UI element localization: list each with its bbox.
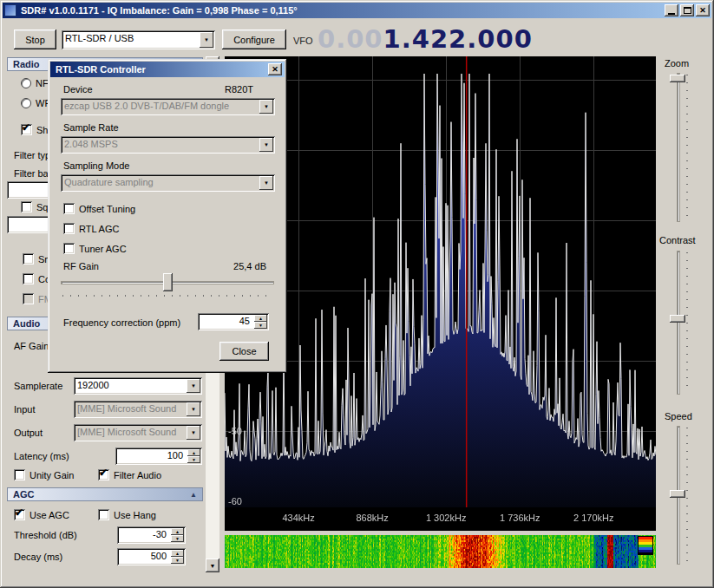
sampling-mode-select: Quadrature sampling ▼ [61,174,275,192]
chevron-down-icon[interactable]: ▼ [187,379,200,393]
device-label: Device [63,84,93,95]
zoom-label: Zoom [665,58,689,69]
vfo-label: VFO [293,36,313,46]
sample-rate-select: 2.048 MSPS ▼ [61,136,275,154]
contrast-slider[interactable] [668,249,689,396]
close-button[interactable]: ✕ [696,4,710,16]
scroll-down-button[interactable]: ▼ [206,559,219,572]
samplerate-label: Samplerate [14,381,62,391]
sample-rate-label: Sample Rate [63,122,119,133]
spin-down-icon[interactable]: ▼ [171,557,184,564]
section-header-agc[interactable]: AGC ▲ [7,487,203,501]
minimize-button[interactable] [665,4,678,16]
input-label: Input [14,404,35,415]
rf-gain-value: 25,4 dB [233,261,266,271]
radio-circle [21,78,31,88]
filter-audio-checkbox[interactable]: ✔ Filter Audio [98,469,161,480]
chevron-down-icon: ▼ [187,426,200,440]
af-gain-label: AF Gain [14,341,49,351]
frequency-dim-digits: 0.00 [318,24,383,54]
zoom-slider-thumb[interactable] [670,75,685,82]
spin-up-icon[interactable]: ▲ [254,315,267,322]
chevron-down-icon[interactable]: ▼ [200,32,213,48]
chevron-down-icon: ▼ [187,402,200,416]
dialog-titlebar[interactable]: RTL-SDR Controller ✕ [50,62,285,77]
app-icon [4,4,16,16]
source-select[interactable]: RTL-SDR / USB ▼ [62,30,215,49]
sampling-mode-label: Sampling Mode [63,160,129,171]
speed-label: Speed [665,411,692,421]
sdrsharp-window: SDR# v1.0.0.1171 - IQ Imbalance: Gain = … [0,0,714,588]
spectrum-canvas[interactable] [225,56,656,531]
frequency-display[interactable]: 0.001.422.000 [318,24,533,54]
speed-slider-thumb[interactable] [670,490,685,498]
titlebar[interactable]: SDR# v1.0.0.1171 - IQ Imbalance: Gain = … [3,3,711,18]
frequency-active-digits: 1.422.000 [383,24,533,54]
decay-input[interactable]: 500 ▲ ▼ [117,548,186,565]
spin-down-icon[interactable]: ▼ [254,322,267,329]
rf-gain-slider-thumb[interactable] [163,273,173,291]
spin-down-icon[interactable]: ▼ [187,456,200,463]
collapse-icon[interactable]: ▲ [190,491,197,499]
chevron-down-icon: ▼ [259,176,273,190]
zoom-slider[interactable] [668,71,689,224]
maximize-button[interactable] [680,4,694,16]
offset-tuning-checkbox[interactable]: ✔ Offset Tuning [63,203,135,214]
checkmark-icon: ✔ [22,121,30,134]
waterfall-canvas[interactable] [225,535,656,568]
contrast-slider-thumb[interactable] [670,315,685,323]
slider-ticks [62,295,272,297]
source-select-value: RTL-SDR / USB [62,30,198,49]
checkmark-icon: ✔ [15,506,23,519]
samplerate-select[interactable]: 192000 ▼ [74,377,202,395]
use-agc-checkbox[interactable]: ✔ Use AGC [14,509,69,520]
maximize-icon [684,7,691,14]
contrast-label: Contrast [659,235,696,245]
waterfall-display[interactable] [225,535,656,568]
spin-up-icon[interactable]: ▲ [171,550,184,557]
use-hang-checkbox[interactable]: ✔ Use Hang [98,509,156,520]
rf-gain-label: RF Gain [63,261,99,271]
frequency-correction-input[interactable]: 45 ▲ ▼ [198,313,269,330]
device-value: R820T [225,84,253,95]
audio-input-select: [MME] Microsoft Sound ▼ [74,401,202,418]
radio-circle [21,98,31,108]
unity-gain-checkbox[interactable]: ✔ Unity Gain [14,469,74,480]
audio-output-select: [MME] Microsoft Sound ▼ [74,424,202,441]
chevron-down-icon: ▼ [259,100,273,114]
threshold-label: Threshold (dB) [14,530,77,540]
spectrum-display[interactable] [225,56,656,531]
dialog-close-action-button[interactable]: Close [219,342,269,361]
decay-label: Decay (ms) [14,552,62,562]
chevron-down-icon: ▼ [259,138,273,152]
device-select: ezcap USB 2.0 DVB-T/DAB/FM dongle ▼ [61,98,275,115]
rtl-sdr-controller-dialog: RTL-SDR Controller ✕ Device R820T ezcap … [48,59,287,373]
close-icon: ✕ [272,66,278,74]
dialog-title: RTL-SDR Controller [53,64,268,75]
window-title: SDR# v1.0.0.1171 - IQ Imbalance: Gain = … [18,5,663,16]
stop-button[interactable]: Stop [14,29,56,49]
latency-input[interactable]: 100 ▲ ▼ [115,448,202,465]
spin-down-icon[interactable]: ▼ [171,535,184,542]
minimize-icon [668,13,675,15]
speed-slider[interactable] [668,424,689,566]
checkmark-icon: ✔ [99,467,108,479]
frequency-correction-label: Frequency correction (ppm) [63,317,180,328]
spin-up-icon[interactable]: ▲ [187,449,200,456]
latency-label: Latency (ms) [14,451,69,461]
configure-button[interactable]: Configure [222,29,286,49]
dialog-close-button[interactable]: ✕ [268,63,282,75]
output-label: Output [14,428,43,438]
tuner-agc-checkbox[interactable]: ✔ Tuner AGC [63,243,127,254]
rtl-agc-checkbox[interactable]: ✔ RTL AGC [63,223,119,234]
close-icon: ✕ [699,7,706,15]
rf-gain-slider[interactable] [61,273,274,297]
spin-up-icon[interactable]: ▲ [171,528,184,535]
threshold-input[interactable]: -30 ▲ ▼ [117,526,186,544]
